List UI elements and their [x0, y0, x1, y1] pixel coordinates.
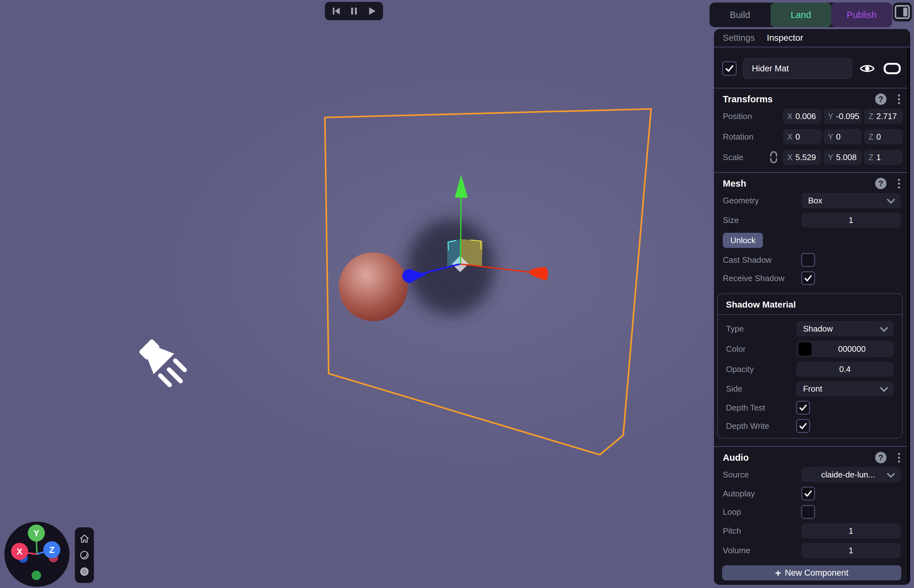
pitch-row: Pitch 1	[723, 523, 901, 538]
pitch-input[interactable]: 1	[801, 523, 901, 538]
sidebar-toggle-icon	[895, 5, 910, 19]
axis-z-ball[interactable]: Z	[43, 541, 60, 558]
skip-back-button[interactable]	[330, 5, 343, 18]
help-icon[interactable]: ?	[875, 94, 886, 105]
audio-header: Audio ?	[723, 447, 903, 466]
scale-x-field[interactable]: X5.529	[783, 150, 822, 165]
tab-land[interactable]: Land	[770, 3, 831, 27]
mesh-header: Mesh ?	[723, 173, 903, 192]
tab-publish[interactable]: Publish	[831, 3, 892, 27]
transforms-header: Transforms ?	[723, 89, 903, 107]
chevron-down-icon	[880, 384, 888, 392]
row-label: Pitch	[723, 526, 801, 536]
depth-write-row: Depth Write	[726, 419, 894, 433]
panel-scrollbar[interactable]	[907, 47, 910, 585]
depth-write-checkbox[interactable]	[796, 419, 810, 433]
entity-name-input[interactable]	[743, 58, 852, 79]
capsule-icon	[884, 63, 901, 74]
tab-build[interactable]: Build	[710, 3, 770, 27]
size-input[interactable]: 1	[801, 213, 901, 228]
unlock-button[interactable]: Unlock	[723, 233, 763, 248]
geometry-row: Geometry Box	[723, 193, 901, 208]
autoplay-checkbox[interactable]	[801, 487, 815, 501]
chevron-down-icon	[880, 324, 888, 331]
size-row: Size 1	[723, 213, 901, 228]
type-dropdown[interactable]: Shadow	[796, 321, 894, 336]
entity-enabled-checkbox[interactable]	[722, 61, 737, 76]
opacity-row: Opacity 0.4	[726, 362, 894, 377]
row-label: Loop	[723, 507, 801, 517]
play-button[interactable]	[365, 5, 378, 18]
axis-prefix: X	[787, 153, 792, 162]
field-value: 0.006	[796, 111, 816, 121]
home-button[interactable]	[79, 533, 90, 544]
color-swatch[interactable]	[798, 342, 812, 355]
axis-y-ball[interactable]: Y	[28, 525, 45, 541]
scale-z-field[interactable]: Z1	[864, 150, 903, 165]
section-title: Mesh	[723, 178, 875, 189]
loop-checkbox[interactable]	[801, 505, 815, 519]
shadow-material-panel: Shadow Material Type Shadow Color 000000	[717, 293, 903, 439]
row-label: Position	[723, 111, 770, 121]
scale-y-field[interactable]: Y5.008	[823, 150, 862, 165]
row-label: Depth Write	[726, 421, 796, 431]
row-label: Rotation	[723, 132, 770, 142]
dropdown-value: Shadow	[803, 324, 881, 334]
help-icon[interactable]: ?	[875, 178, 886, 189]
kebab-menu-icon[interactable]	[898, 457, 900, 459]
row-label: Color	[726, 344, 796, 354]
rotation-x-field[interactable]: X0	[783, 129, 822, 144]
section-title: Audio	[723, 452, 875, 463]
kebab-menu-icon[interactable]	[898, 98, 900, 100]
pause-button[interactable]	[347, 5, 361, 18]
check-icon	[725, 64, 734, 73]
position-y-field[interactable]: Y-0.095	[823, 109, 862, 124]
pin-button[interactable]	[882, 63, 902, 74]
axis-x-ball[interactable]: X	[11, 543, 28, 560]
kebab-menu-icon[interactable]	[898, 183, 900, 185]
moon-button[interactable]	[79, 549, 90, 561]
field-value: 5.008	[836, 152, 856, 162]
geometry-dropdown[interactable]: Box	[801, 193, 901, 208]
position-z-field[interactable]: Z2.717	[864, 109, 903, 124]
axis-y-label: Y	[34, 528, 39, 538]
orientation-gizmo[interactable]: Y X Z	[3, 520, 71, 588]
source-dropdown[interactable]: claide-de-lun...	[801, 467, 901, 482]
tab-inspector[interactable]: Inspector	[767, 33, 803, 43]
receive-shadow-checkbox[interactable]	[801, 271, 815, 285]
sphere-object[interactable]	[339, 252, 408, 321]
field-value: 5.529	[796, 152, 816, 162]
opacity-input[interactable]: 0.4	[796, 362, 894, 377]
play-icon	[366, 6, 377, 16]
source-row: Source claide-de-lun...	[723, 467, 901, 482]
home-icon	[79, 533, 90, 544]
field-value: -0.095	[836, 111, 859, 121]
panel-toggle-button[interactable]	[893, 3, 912, 21]
spotlight-icon[interactable]	[135, 335, 191, 391]
scale-row: Scale X5.529 Y5.008 Z1	[723, 150, 903, 165]
plus-icon: +	[775, 568, 781, 578]
mode-tabs: Build Land Publish	[710, 3, 892, 27]
field-value: 1	[877, 152, 881, 162]
scale-link-toggle[interactable]	[770, 151, 778, 163]
row-label: Side	[726, 384, 796, 394]
globe-button[interactable]	[79, 566, 90, 577]
axis-prefix: Y	[828, 112, 833, 121]
axis-neg-y-dot[interactable]	[32, 571, 41, 580]
visibility-button[interactable]	[858, 63, 876, 74]
help-icon[interactable]: ?	[875, 452, 886, 463]
rotation-y-field[interactable]: Y0	[823, 129, 862, 144]
panel-tab-bar: Settings Inspector	[714, 29, 910, 47]
cast-shadow-checkbox[interactable]	[801, 253, 815, 267]
axis-z-label: Z	[49, 545, 54, 555]
globe-icon	[79, 566, 90, 577]
position-x-field[interactable]: X0.006	[783, 109, 822, 124]
volume-input[interactable]: 1	[801, 543, 901, 558]
depth-test-checkbox[interactable]	[796, 401, 810, 415]
new-component-button[interactable]: + New Component	[722, 565, 901, 580]
axis-prefix: X	[787, 132, 792, 142]
rotation-z-field[interactable]: Z0	[864, 129, 903, 144]
tab-settings[interactable]: Settings	[723, 33, 755, 43]
color-field[interactable]: 000000	[796, 341, 894, 357]
side-dropdown[interactable]: Front	[796, 381, 894, 396]
